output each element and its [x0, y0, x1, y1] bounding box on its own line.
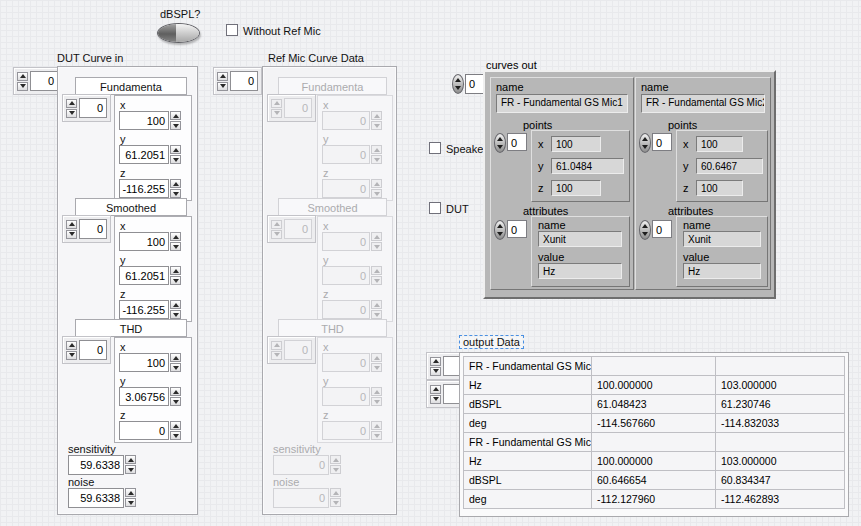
decrement-button[interactable] [497, 232, 503, 236]
table-cell[interactable]: FR - Fundamental GS Mic2 [464, 433, 592, 452]
curves-out-index-spinner[interactable] [452, 74, 464, 94]
attr-name-field[interactable]: Xunit [538, 231, 622, 247]
increment-button[interactable] [170, 232, 181, 241]
increment-button[interactable] [642, 137, 648, 141]
decrement-button[interactable] [66, 109, 77, 118]
ref-array-index-value[interactable]: 0 [230, 71, 258, 91]
index-spinner[interactable] [66, 220, 77, 239]
increment-button[interactable] [170, 111, 181, 120]
table-cell[interactable]: 61.230746 [716, 395, 845, 414]
increment-button[interactable] [455, 78, 461, 82]
decrement-button[interactable] [125, 465, 136, 474]
y-value-field[interactable]: 61.0484 [551, 158, 624, 174]
table-cell[interactable] [716, 433, 845, 452]
y-spinner[interactable] [170, 387, 181, 406]
decrement-button[interactable] [455, 86, 461, 90]
increment-button[interactable] [170, 300, 181, 309]
increment-button[interactable] [217, 72, 228, 81]
z-spinner[interactable] [170, 421, 181, 440]
index-spinner[interactable] [17, 72, 28, 91]
decrement-button[interactable] [642, 145, 648, 149]
table-cell[interactable] [716, 357, 845, 376]
x-value-field[interactable]: 100 [551, 136, 601, 152]
curve-name-field[interactable]: FR - Fundamental GS Mic1 [496, 94, 628, 113]
without-ref-mic-checkbox[interactable] [226, 24, 238, 36]
x-spinner[interactable] [170, 232, 181, 251]
decrement-button[interactable] [642, 232, 648, 236]
dbspl-toggle-switch[interactable] [157, 23, 200, 43]
table-cell[interactable]: deg [464, 490, 592, 509]
points-index-value[interactable]: 0 [507, 133, 527, 151]
increment-button[interactable] [170, 387, 181, 396]
decrement-button[interactable] [217, 82, 228, 91]
y-spinner[interactable] [170, 145, 181, 164]
dut-array-index-value[interactable]: 0 [30, 71, 58, 91]
table-cell[interactable]: -114.832033 [716, 414, 845, 433]
table-cell[interactable]: 103.000000 [716, 452, 845, 471]
decrement-button[interactable] [170, 431, 181, 440]
increment-button[interactable] [125, 488, 136, 497]
increment-button[interactable] [170, 353, 181, 362]
y-spinner[interactable] [170, 266, 181, 285]
table-cell[interactable] [592, 433, 716, 452]
index-spinner[interactable] [430, 357, 441, 376]
x-spinner[interactable] [170, 111, 181, 130]
decrement-button[interactable] [170, 189, 181, 198]
dut-checkbox[interactable] [429, 202, 441, 214]
points-index-value[interactable]: 0 [652, 133, 672, 151]
increment-button[interactable] [497, 224, 503, 228]
table-cell[interactable]: -112.127960 [592, 490, 716, 509]
table-cell[interactable]: 100.000000 [592, 376, 716, 395]
curve-name-field[interactable]: FR - Fundamental GS Mic2 [641, 94, 765, 113]
points-index-spinner[interactable] [639, 133, 651, 153]
increment-button[interactable] [66, 99, 77, 108]
array-index-value[interactable]: 0 [79, 340, 107, 360]
array-index-value[interactable]: 0 [79, 98, 107, 118]
z-value-field[interactable]: 0 [119, 421, 169, 440]
decrement-button[interactable] [170, 155, 181, 164]
increment-button[interactable] [642, 224, 648, 228]
attributes-index-value[interactable]: 0 [507, 220, 527, 238]
attributes-index-spinner[interactable] [494, 220, 506, 240]
increment-button[interactable] [170, 145, 181, 154]
sensitivity-field[interactable]: 59.6338 [68, 455, 124, 475]
increment-button[interactable] [497, 137, 503, 141]
decrement-button[interactable] [170, 397, 181, 406]
x-value-field[interactable]: 100 [119, 111, 169, 130]
x-value-field[interactable]: 100 [696, 136, 743, 152]
attr-value-field[interactable]: Hz [538, 263, 622, 279]
points-index-spinner[interactable] [494, 133, 506, 153]
z-value-field[interactable]: 100 [551, 180, 601, 196]
table-cell[interactable]: deg [464, 414, 592, 433]
increment-button[interactable] [430, 385, 441, 394]
z-spinner[interactable] [170, 179, 181, 198]
increment-button[interactable] [170, 421, 181, 430]
decrement-button[interactable] [170, 121, 181, 130]
increment-button[interactable] [170, 179, 181, 188]
decrement-button[interactable] [170, 276, 181, 285]
x-spinner[interactable] [170, 353, 181, 372]
decrement-button[interactable] [125, 498, 136, 507]
index-spinner[interactable] [217, 72, 228, 91]
y-value-field[interactable]: 60.6467 [696, 158, 763, 174]
decrement-button[interactable] [430, 395, 441, 404]
speaker-checkbox[interactable] [429, 142, 441, 154]
table-cell[interactable]: -114.567660 [592, 414, 716, 433]
decrement-button[interactable] [170, 363, 181, 372]
attr-value-field[interactable]: Hz [683, 263, 761, 279]
index-spinner[interactable] [66, 99, 77, 118]
table-cell[interactable]: Hz [464, 376, 592, 395]
increment-button[interactable] [66, 220, 77, 229]
z-value-field[interactable]: -116.255 [119, 179, 169, 198]
table-cell[interactable] [592, 357, 716, 376]
table-cell[interactable]: Hz [464, 452, 592, 471]
decrement-button[interactable] [66, 230, 77, 239]
decrement-button[interactable] [170, 242, 181, 251]
table-cell[interactable]: dBSPL [464, 395, 592, 414]
decrement-button[interactable] [66, 351, 77, 360]
table-cell[interactable]: 60.646654 [592, 471, 716, 490]
x-value-field[interactable]: 100 [119, 353, 169, 372]
sensitivity-spinner[interactable] [125, 455, 136, 474]
decrement-button[interactable] [430, 367, 441, 376]
table-cell[interactable]: -112.462893 [716, 490, 845, 509]
